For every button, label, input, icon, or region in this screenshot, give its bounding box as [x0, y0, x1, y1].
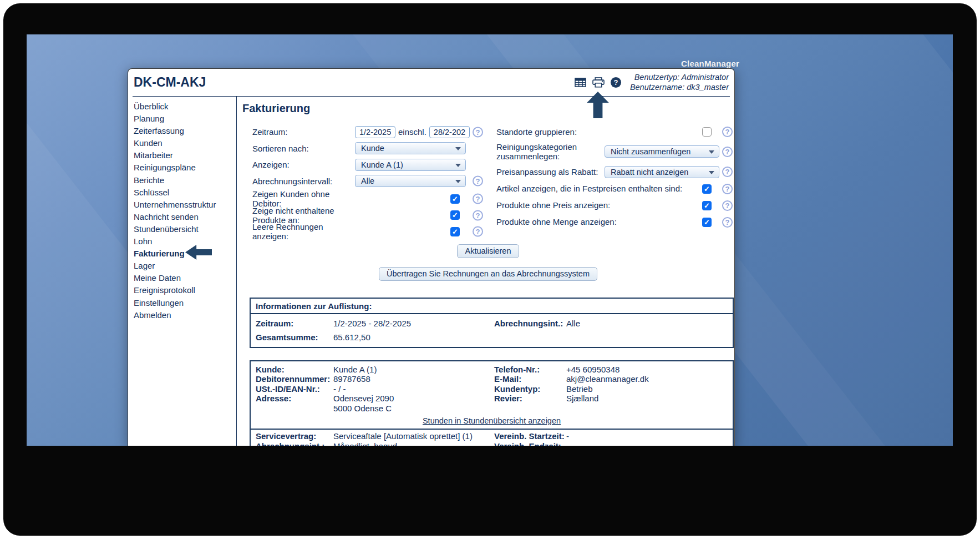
adresse-value: Odensevej 2090 5000 Odense C	[333, 394, 494, 413]
anzeigen-select[interactable]: Kunde A (1)	[355, 159, 466, 171]
artikel-festpreise-checkbox[interactable]	[702, 184, 712, 194]
sidebar-item-einstellungen[interactable]: Einstellungen	[134, 297, 236, 309]
kundentyp-value: Betrieb	[566, 384, 728, 394]
leere-rechnungen-label: Leere Rechnungen anzeigen:	[252, 222, 355, 241]
sidebar-item-unternehmensstruktur[interactable]: Unternehmensstruktur	[134, 199, 236, 211]
user-info: Benutzertyp: Administrator Benutzername:…	[630, 73, 730, 92]
sidebar-item-ereignisprotokoll[interactable]: Ereignisprotokoll	[134, 284, 236, 296]
sidebar-item-lohn[interactable]: Lohn	[134, 235, 236, 248]
sidebar-item-abmelden[interactable]: Abmelden	[134, 309, 236, 321]
standorte-gruppieren-help-icon[interactable]	[722, 127, 733, 137]
print-icon[interactable]	[592, 77, 605, 88]
reinigungskategorien-help-icon[interactable]	[722, 147, 733, 157]
sidebar-item-fakturierung[interactable]: Fakturierung	[134, 248, 236, 260]
nicht-enthaltene-produkte-help-icon[interactable]	[473, 210, 483, 220]
sortieren-select[interactable]: Kunde	[355, 142, 466, 154]
email-label: E-Mail:	[494, 374, 566, 384]
endzeit-label: Vereinb. Endzeit:	[494, 441, 566, 446]
preisanpassung-select[interactable]: Rabatt nicht anzeigen	[605, 166, 719, 178]
customer-row-adresse: Adresse: Odensevej 2090 5000 Odense C Re…	[251, 394, 733, 413]
header-toolbar	[575, 77, 621, 88]
window-title: DK-CM-AKJ	[133, 75, 206, 90]
contract-section: Servicevertrag: Serviceaftale [Automatis…	[251, 429, 733, 446]
anzeigen-label: Anzeigen:	[252, 160, 355, 169]
sidebar-item-nachricht-senden[interactable]: Nachricht senden	[134, 211, 236, 223]
customer-link-row: Stunden in Stundenübersicht anzeigen	[251, 413, 733, 427]
preisanpassung-label: Preisanpassung als Rabatt:	[496, 167, 598, 177]
produkte-ohne-menge-help-icon[interactable]	[722, 217, 733, 228]
standorte-gruppieren-checkbox[interactable]	[702, 127, 712, 137]
artikel-festpreise-help-icon[interactable]	[722, 184, 733, 194]
reinigungskategorien-select[interactable]: Nicht zusammenfügen	[605, 145, 719, 158]
uebertragen-button[interactable]: Übertragen Sie Rechnungen an das Abrechn…	[379, 267, 597, 281]
sidebar-item-reinigungsplaene[interactable]: Reinigungspläne	[134, 162, 236, 174]
ohne-debitor-help-icon[interactable]	[473, 194, 483, 204]
customer-table: Kunde: Kunde A (1) Telefon-Nr.: +45 6095…	[250, 360, 734, 446]
sidebar-item-zeiterfassung[interactable]: Zeiterfassung	[134, 125, 236, 137]
form-row-leere-rechnungen: Leere Rechnungen anzeigen:	[252, 222, 488, 239]
ust-label: USt.-ID/EAN-Nr.:	[256, 384, 333, 394]
desktop-background: CleanManager DK-CM-AKJ	[27, 34, 953, 446]
ust-value: - / -	[333, 384, 494, 394]
reinigungskategorien-label: Reinigungskategorien zusammenlegen:	[496, 142, 603, 162]
adresse-label: Adresse:	[256, 394, 333, 413]
user-type: Benutzertyp: Administrator	[630, 73, 729, 83]
abrechnungsintervall-help-icon[interactable]	[473, 176, 483, 187]
sortieren-label: Sortieren nach:	[252, 144, 355, 153]
preisanpassung-help-icon[interactable]	[722, 167, 733, 177]
form-row-produkte-ohne-menge: Produkte ohne Menge anzeigen:	[496, 214, 734, 230]
zeitraum-between-label: einschl.	[398, 127, 426, 137]
email-value: akj@cleanmanager.dk	[566, 374, 728, 384]
sidebar-item-kunden[interactable]: Kunden	[134, 137, 236, 149]
revier-label: Revier:	[494, 394, 566, 413]
sidebar-item-mitarbeiter[interactable]: Mitarbeiter	[134, 149, 236, 162]
sidebar-item-lager[interactable]: Lager	[134, 260, 236, 272]
form-row-standorte-gruppieren: Standorte gruppieren:	[496, 124, 734, 140]
produkte-ohne-preis-label: Produkte ohne Preis anzeigen:	[496, 200, 610, 210]
servicevertrag-label: Servicevertrag:	[256, 431, 333, 441]
startzeit-value: -	[566, 431, 728, 441]
form-row-ohne-debitor: Zeigen Kunden ohne Debitor:	[252, 189, 488, 206]
contract-row-abrechnungsint: Abrechnungsint.: Månedligt, bagud Verein…	[251, 441, 733, 446]
zeitraum-from-input[interactable]	[355, 126, 395, 138]
produkte-ohne-menge-label: Produkte ohne Menge anzeigen:	[496, 217, 617, 227]
abrechnungsintervall-select[interactable]: Alle	[355, 175, 466, 187]
sidebar: Überblick Planung Zeiterfassung Kunden M…	[128, 97, 237, 446]
sidebar-item-schluessel[interactable]: Schlüssel	[134, 187, 236, 199]
nicht-enthaltene-produkte-checkbox[interactable]	[450, 210, 460, 220]
form-row-zeitraum: Zeitraum: einschl.	[252, 124, 488, 140]
form-row-reinigungskategorien: Reinigungskategorien zusammenlegen: Nich…	[496, 140, 734, 163]
leere-rechnungen-help-icon[interactable]	[473, 226, 483, 237]
produkte-ohne-menge-checkbox[interactable]	[702, 218, 712, 227]
sidebar-item-ueberblick[interactable]: Überblick	[134, 100, 236, 113]
sidebar-item-planung[interactable]: Planung	[134, 113, 236, 125]
form-row-nicht-enthaltene-produkte: Zeige nicht enthaltene Produkte an:	[252, 206, 488, 223]
debitorennummer-value: 89787658	[333, 374, 494, 384]
user-name: Benutzername: dk3_master	[630, 83, 729, 93]
aktualisieren-button[interactable]: Aktualisieren	[457, 244, 519, 258]
form-row-anzeigen: Anzeigen: Kunde A (1)	[252, 157, 488, 173]
startzeit-label: Vereinb. Startzeit:	[494, 431, 566, 441]
produkte-ohne-preis-checkbox[interactable]	[702, 201, 712, 210]
zeitraum-help-icon[interactable]	[473, 127, 483, 137]
customer-row-ust: USt.-ID/EAN-Nr.: - / - Kundentyp: Betrie…	[251, 384, 733, 394]
contract-abrechnungsint-value: Månedligt, bagud	[333, 441, 494, 446]
app-window: DK-CM-AKJ	[128, 68, 735, 446]
contract-row-servicevertrag: Servicevertrag: Serviceaftale [Automatis…	[251, 431, 733, 441]
brand-watermark: CleanManager	[681, 59, 739, 68]
sidebar-item-berichte[interactable]: Berichte	[134, 174, 236, 187]
invoice-filter-form: Zeitraum: einschl. Sortieren nach:	[242, 124, 734, 239]
produkte-ohne-preis-help-icon[interactable]	[722, 200, 733, 211]
stundenuebersicht-link[interactable]: Stunden in Stundenübersicht anzeigen	[423, 416, 561, 425]
form-row-preisanpassung: Preisanpassung als Rabatt: Rabatt nicht …	[496, 163, 734, 180]
sidebar-item-stundenuebersicht[interactable]: Stundenübersicht	[134, 223, 236, 235]
summary-gesamtsumme-label: Gesamtsumme:	[256, 331, 333, 343]
ohne-debitor-checkbox[interactable]	[450, 194, 460, 204]
sidebar-item-meine-daten[interactable]: Meine Daten	[134, 272, 236, 284]
table-view-icon[interactable]	[575, 78, 586, 87]
abrechnungsintervall-label: Abrechnungsintervall:	[252, 177, 355, 186]
help-icon[interactable]	[611, 77, 621, 88]
leere-rechnungen-checkbox[interactable]	[450, 227, 460, 236]
zeitraum-to-input[interactable]	[429, 126, 470, 138]
kundentyp-label: Kundentyp:	[494, 384, 566, 394]
